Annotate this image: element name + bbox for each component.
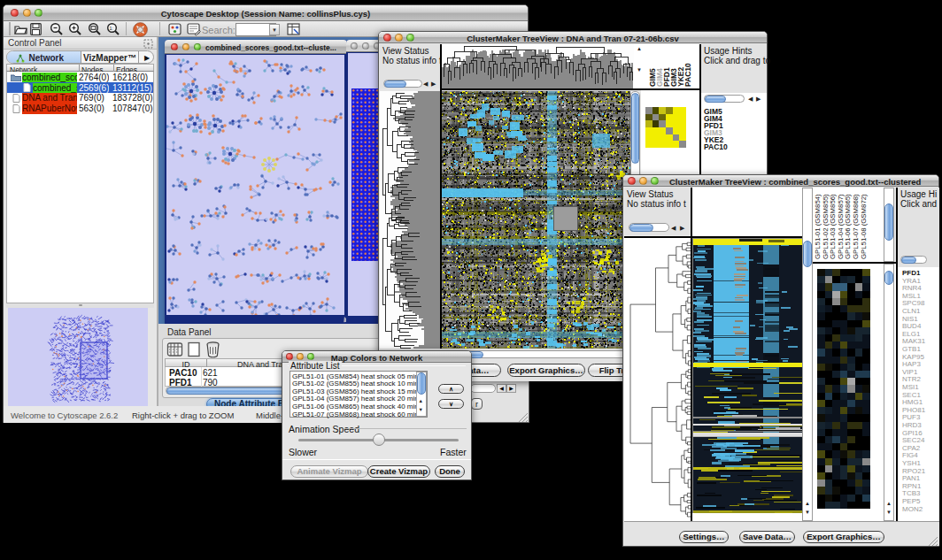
svg-text:PAC10: PAC10 [683, 63, 692, 87]
svg-text:1:: 1: [110, 26, 114, 31]
svg-text:GPL51-08 (GSM872): GPL51-08 (GSM872) [860, 194, 868, 259]
